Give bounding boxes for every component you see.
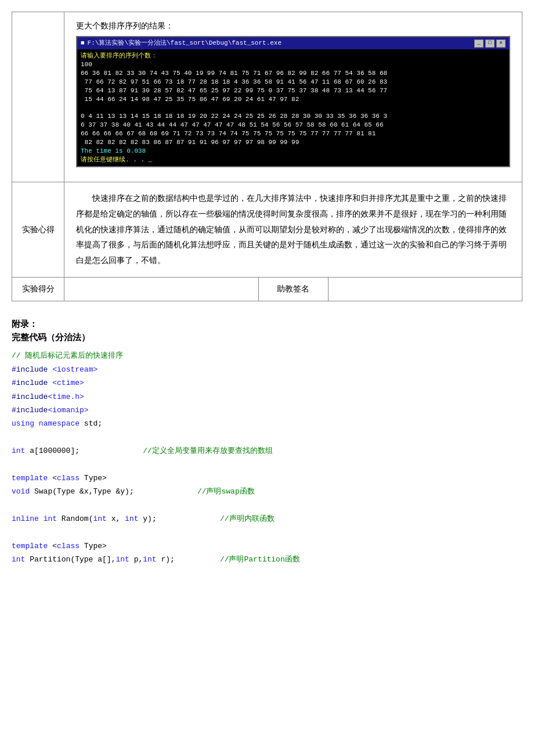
score-row: 实验得分 助教签名	[12, 278, 522, 301]
code-block: // 随机后标记元素后的快速排序 #include <iostream> #in…	[12, 349, 522, 566]
score-value-area	[64, 278, 259, 301]
console-path: F:\算法实验\实验一分治法\fast_sort\Debug\fast_sort…	[88, 39, 282, 48]
close-button[interactable]: ✕	[496, 39, 506, 48]
code-line-8: void Swap(Type &x,Type &y); //声明swap函数	[12, 485, 522, 498]
console-line-2: 66 36 81 82 33 30 74 43 75 40 19 99 74 8…	[81, 69, 506, 78]
appendix-title: 附录：	[12, 319, 522, 330]
code-line-blank3	[12, 499, 522, 512]
sign-label: 助教签名	[259, 278, 329, 301]
score-content: 助教签名	[64, 278, 522, 301]
titlebar-left: ■ F:\算法实验\实验一分治法\fast_sort\Debug\fast_so…	[81, 39, 282, 48]
sign-area	[329, 278, 522, 301]
appendix-section: 附录： 完整代码（分治法） // 随机后标记元素后的快速排序 #include …	[12, 319, 522, 566]
score-label: 实验得分	[12, 278, 64, 301]
code-line-blank1	[12, 431, 522, 444]
code-line-0: // 随机后标记元素后的快速排序	[12, 349, 522, 362]
console-line-1: 100	[81, 60, 506, 69]
experience-text: 快速排序在之前的数据结构中也是学过的，在几大排序算法中，快速排序和归并排序尤其是…	[76, 191, 510, 268]
code-line-3: #include<time.h>	[12, 390, 522, 404]
screenshot-row: 更大个数排序序列的结果： ■ F:\算法实验\实验一分治法\fast_sort\…	[12, 12, 522, 182]
code-line-4: #include<iomanip>	[12, 404, 522, 417]
code-line-9: inline int Random(int x, int y); //声明内联函…	[12, 512, 522, 525]
console-line-5: 15 44 66 24 14 98 47 25 35 75 86 47 69 2…	[81, 95, 506, 104]
code-line-blank2	[12, 458, 522, 471]
titlebar-buttons: _ □ ✕	[474, 39, 506, 48]
console-line-7: 6 37 37 38 40 41 43 44 44 47 47 47 47 47…	[81, 121, 506, 129]
console-line-blank	[81, 103, 506, 112]
console-line-9: 82 82 82 82 82 83 86 87 87 91 91 96 97 9…	[81, 138, 506, 147]
console-window: ■ F:\算法实验\实验一分治法\fast_sort\Debug\fast_so…	[76, 36, 510, 167]
screenshot-area: 更大个数排序序列的结果： ■ F:\算法实验\实验一分治法\fast_sort\…	[76, 21, 510, 167]
console-titlebar: ■ F:\算法实验\实验一分治法\fast_sort\Debug\fast_so…	[77, 37, 509, 49]
console-line-11: 请按任意键继续. . . _	[81, 156, 506, 164]
code-line-2: #include <ctime>	[12, 376, 522, 390]
experience-row: 实验心得 快速排序在之前的数据结构中也是学过的，在几大排序算法中，快速排序和归并…	[12, 182, 522, 278]
console-line-3: 77 66 72 82 97 51 66 73 18 77 28 18 18 4…	[81, 78, 506, 87]
console-icon: ■	[81, 39, 85, 48]
console-line-0: 请输入要排序的序列个数：	[81, 52, 506, 60]
console-line-10: The time is 0.038	[81, 147, 506, 156]
screenshot-label	[12, 12, 64, 182]
console-line-6: 0 4 11 13 13 14 15 18 18 18 19 20 22 24 …	[81, 112, 506, 121]
code-line-blank4	[12, 525, 522, 539]
screenshot-title: 更大个数排序序列的结果：	[76, 21, 510, 31]
code-line-5: using namespace std;	[12, 417, 522, 430]
console-line-4: 75 64 13 87 91 30 28 57 82 47 65 25 97 2…	[81, 87, 506, 95]
code-line-7: template <class Type>	[12, 471, 522, 485]
code-line-1: #include <iostream>	[12, 363, 522, 376]
experiment-table: 更大个数排序序列的结果： ■ F:\算法实验\实验一分治法\fast_sort\…	[12, 12, 522, 301]
minimize-button[interactable]: _	[474, 39, 484, 48]
console-body: 请输入要排序的序列个数： 100 66 36 81 82 33 30 74 43…	[77, 49, 509, 166]
code-line-6: int a[1000000]; //定义全局变量用来存放要查找的数组	[12, 444, 522, 458]
code-line-10: template <class Type>	[12, 539, 522, 553]
code-line-11: int Partition(Type a[],int p,int r); //声…	[12, 553, 522, 566]
experience-content: 快速排序在之前的数据结构中也是学过的，在几大排序算法中，快速排序和归并排序尤其是…	[64, 182, 522, 277]
appendix-subtitle: 完整代码（分治法）	[12, 332, 522, 343]
restore-button[interactable]: □	[485, 39, 495, 48]
screenshot-content: 更大个数排序序列的结果： ■ F:\算法实验\实验一分治法\fast_sort\…	[64, 12, 522, 182]
experience-label: 实验心得	[12, 182, 64, 277]
console-line-8: 66 66 66 66 67 68 68 69 71 72 73 73 74 7…	[81, 129, 506, 138]
